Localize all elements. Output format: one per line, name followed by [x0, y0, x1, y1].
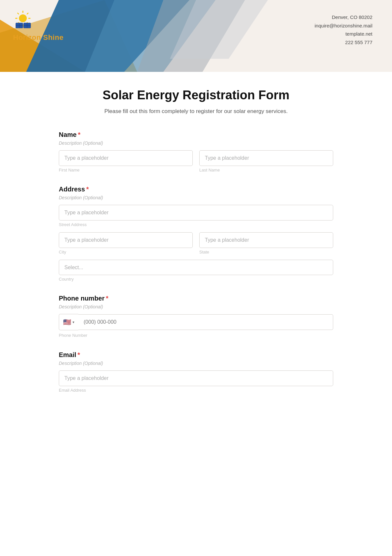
form-title: Solar Energy Registration Form	[59, 88, 333, 102]
contact-address: Denver, CO 80202	[315, 13, 372, 22]
svg-point-6	[19, 14, 27, 22]
logo-icon	[13, 9, 39, 32]
phone-section: Phone number* Description (Optional) 🇺🇸 …	[59, 295, 333, 338]
city-input[interactable]	[59, 232, 193, 248]
logo-area: Horizon Shine	[13, 9, 63, 42]
state-label: State	[199, 250, 333, 254]
email-row: Email Address	[59, 370, 333, 393]
svg-line-11	[18, 13, 19, 14]
form-subtitle: Please fill out this form completely to …	[59, 108, 333, 115]
chevron-down-icon: ▾	[73, 320, 74, 324]
name-fields-row: First Name Last Name	[59, 150, 333, 172]
street-input[interactable]	[59, 205, 333, 221]
phone-label: Phone number*	[59, 295, 333, 302]
city-state-row: City State	[59, 232, 333, 254]
email-section: Email* Description (Optional) Email Addr…	[59, 351, 333, 393]
street-col: Street Address	[59, 205, 333, 227]
phone-row: 🇺🇸 ▾	[59, 314, 333, 330]
phone-sublabel: Phone Number	[59, 333, 87, 338]
country-label: Country	[59, 277, 333, 282]
svg-line-12	[27, 13, 28, 14]
name-label: Name*	[59, 131, 333, 139]
name-section: Name* Description (Optional) First Name …	[59, 131, 333, 172]
last-name-input[interactable]	[199, 150, 333, 166]
email-label: Email*	[59, 351, 333, 359]
last-name-col: Last Name	[199, 150, 333, 172]
email-col: Email Address	[59, 370, 333, 393]
contact-email: inquire@horizonshine.mail	[315, 22, 372, 30]
contact-website: template.net	[315, 30, 372, 38]
city-col: City	[59, 232, 193, 254]
street-label: Street Address	[59, 222, 333, 227]
email-description: Description (Optional)	[59, 361, 333, 366]
first-name-input[interactable]	[59, 150, 193, 166]
form-container: Solar Energy Registration Form Please fi…	[33, 72, 359, 432]
email-input[interactable]	[59, 370, 333, 386]
address-label: Address*	[59, 186, 333, 193]
phone-input[interactable]	[78, 314, 333, 330]
contact-info: Denver, CO 80202 inquire@horizonshine.ma…	[315, 13, 372, 46]
contact-phone: 222 555 777	[315, 38, 372, 47]
state-input[interactable]	[199, 232, 333, 248]
phone-description: Description (Optional)	[59, 304, 333, 309]
us-flag-icon: 🇺🇸	[63, 318, 71, 326]
country-col: Select... Country	[59, 260, 333, 282]
country-select[interactable]: Select...	[59, 260, 333, 275]
street-row: Street Address	[59, 205, 333, 227]
first-name-col: First Name	[59, 150, 193, 172]
email-sublabel: Email Address	[59, 388, 333, 393]
address-description: Description (Optional)	[59, 195, 333, 200]
logo-text: Horizon Shine	[13, 33, 63, 42]
phone-flag-selector[interactable]: 🇺🇸 ▾	[59, 314, 78, 330]
city-label: City	[59, 250, 193, 254]
page-header: Horizon Shine Denver, CO 80202 inquire@h…	[0, 0, 392, 72]
country-row: Select... Country	[59, 260, 333, 282]
first-name-label: First Name	[59, 168, 193, 172]
last-name-label: Last Name	[199, 168, 333, 172]
state-col: State	[199, 232, 333, 254]
address-section: Address* Description (Optional) Street A…	[59, 186, 333, 282]
name-description: Description (Optional)	[59, 140, 333, 146]
